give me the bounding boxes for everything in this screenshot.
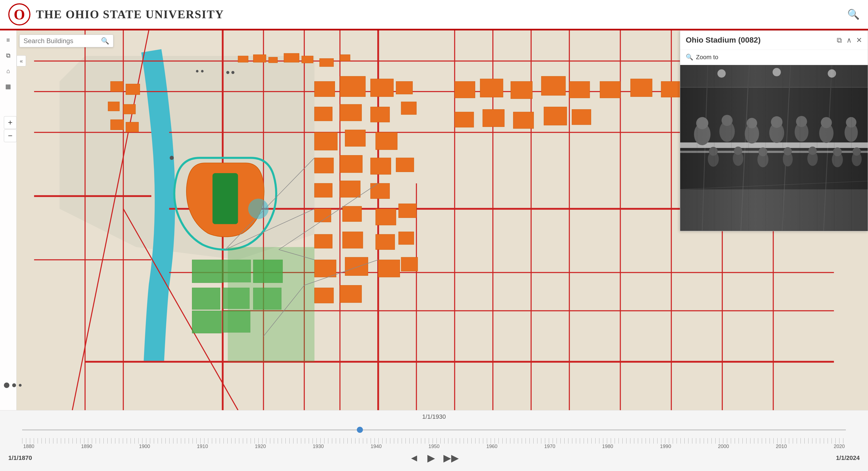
svg-rect-81 <box>630 79 652 97</box>
timeline-bottom: 1/1/1870 ◄ ▶ ▶▶ 1/1/2024 <box>0 449 868 464</box>
svg-line-115 <box>702 65 708 231</box>
svg-rect-96 <box>108 102 119 111</box>
svg-rect-70 <box>455 81 475 98</box>
cluster-icons <box>4 382 22 388</box>
zoom-out-button[interactable]: − <box>4 129 17 142</box>
year-1920: 1920 <box>255 444 266 449</box>
svg-line-117 <box>782 65 790 231</box>
svg-rect-69 <box>340 285 362 303</box>
panel-copy-button[interactable]: ⧉ <box>837 36 842 44</box>
svg-rect-61 <box>342 232 363 248</box>
svg-rect-48 <box>376 132 397 150</box>
search-input[interactable] <box>24 37 99 45</box>
svg-point-123 <box>719 121 735 142</box>
year-2020: 2020 <box>834 444 845 449</box>
year-1950: 1950 <box>429 444 439 449</box>
svg-rect-149 <box>680 189 868 231</box>
timeline-line <box>22 430 846 430</box>
timeline-thumb[interactable] <box>357 427 363 433</box>
svg-point-143 <box>807 151 818 166</box>
svg-rect-78 <box>544 107 567 125</box>
svg-rect-76 <box>483 109 504 127</box>
svg-point-135 <box>708 151 719 167</box>
svg-rect-50 <box>340 155 362 173</box>
svg-point-121 <box>694 123 711 145</box>
svg-rect-86 <box>192 288 220 310</box>
svg-rect-113 <box>680 65 868 87</box>
svg-point-106 <box>169 156 174 160</box>
header-search-icon[interactable]: 🔍 <box>847 8 860 20</box>
panel-collapse-button[interactable]: ∧ <box>846 36 852 44</box>
svg-point-150 <box>717 69 726 78</box>
home-button[interactable]: ⌂ <box>1 64 15 78</box>
svg-rect-71 <box>480 79 503 97</box>
header-right: 🔍 <box>847 8 860 20</box>
svg-rect-36 <box>319 58 334 66</box>
svg-point-139 <box>757 152 768 167</box>
svg-rect-58 <box>376 209 396 225</box>
svg-rect-51 <box>371 158 391 175</box>
svg-rect-75 <box>455 112 474 127</box>
list-toggle-button[interactable]: ≡ <box>1 33 15 47</box>
fast-forward-button[interactable]: ▶▶ <box>443 452 459 464</box>
svg-point-111 <box>248 198 269 219</box>
layers-button[interactable]: ⧉ <box>1 49 15 63</box>
svg-rect-80 <box>600 81 620 98</box>
panel-zoom-row[interactable]: 🔍 Zoom to <box>680 50 868 65</box>
svg-rect-64 <box>314 260 336 277</box>
svg-rect-94 <box>111 81 123 92</box>
zoom-in-button[interactable]: + <box>4 116 17 129</box>
svg-rect-34 <box>284 53 299 62</box>
svg-point-136 <box>709 147 718 156</box>
zoom-to-label: Zoom to <box>696 54 718 61</box>
svg-rect-74 <box>569 81 590 98</box>
svg-point-122 <box>696 117 708 129</box>
search-icon[interactable]: 🔍 <box>101 37 109 45</box>
svg-point-128 <box>771 116 782 128</box>
grid-button[interactable]: ▦ <box>1 80 15 93</box>
svg-rect-32 <box>253 55 266 63</box>
svg-point-129 <box>795 122 809 142</box>
svg-rect-77 <box>514 112 534 129</box>
collapse-sidebar-button[interactable]: « <box>17 55 26 66</box>
svg-rect-73 <box>541 76 566 95</box>
left-sidebar: ≡ ⧉ ⌂ ▦ <box>0 30 17 410</box>
map-container[interactable]: ≡ ⧉ ⌂ ▦ « 🔍 + − <box>0 30 868 410</box>
year-1880: 1880 <box>23 444 34 449</box>
svg-point-134 <box>846 117 857 127</box>
panel-close-button[interactable]: ✕ <box>856 36 862 44</box>
svg-point-108 <box>231 71 234 74</box>
svg-rect-98 <box>111 120 124 130</box>
svg-rect-39 <box>340 76 365 97</box>
year-1940: 1940 <box>371 444 382 449</box>
svg-rect-55 <box>371 183 390 198</box>
timeline-track[interactable] <box>22 421 846 438</box>
svg-point-148 <box>852 148 861 156</box>
svg-point-138 <box>734 147 742 155</box>
year-1960: 1960 <box>486 444 497 449</box>
year-1930: 1930 <box>313 444 323 449</box>
svg-line-118 <box>824 65 832 231</box>
rewind-button[interactable]: ◄ <box>409 452 419 464</box>
svg-point-126 <box>747 118 757 128</box>
svg-rect-79 <box>572 109 591 125</box>
svg-point-124 <box>722 115 733 126</box>
svg-rect-60 <box>314 234 333 248</box>
osu-logo: O <box>8 3 30 26</box>
zoom-to-icon: 🔍 <box>686 54 693 61</box>
logo-letter: O <box>14 6 25 23</box>
svg-rect-63 <box>399 232 414 245</box>
layers-icon: ⧉ <box>6 52 10 59</box>
svg-point-133 <box>844 123 858 142</box>
svg-rect-120 <box>680 151 868 153</box>
year-1990: 1990 <box>660 444 671 449</box>
home-icon: ⌂ <box>6 67 10 75</box>
svg-line-153 <box>680 181 868 189</box>
svg-point-140 <box>758 148 767 156</box>
timeline-start-date: 1/1/1870 <box>8 454 32 462</box>
svg-rect-67 <box>401 257 418 271</box>
svg-rect-46 <box>314 132 338 151</box>
play-button[interactable]: ▶ <box>427 452 435 464</box>
svg-point-132 <box>821 117 832 128</box>
svg-rect-99 <box>126 122 138 132</box>
